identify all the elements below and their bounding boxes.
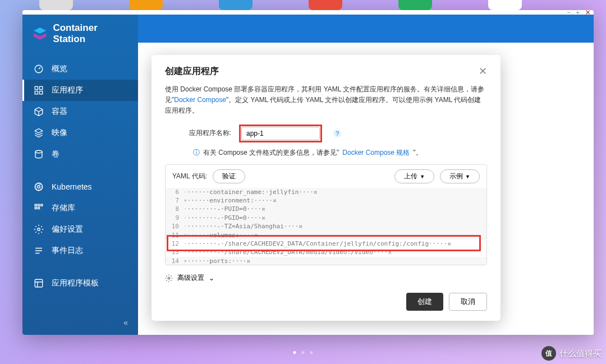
apps-icon (34, 85, 44, 95)
yaml-editor[interactable]: 6·······container_name:·jellyfin····¤7▾·… (166, 188, 486, 265)
advanced-settings-toggle[interactable]: 高级设置 ⌄ (165, 265, 487, 283)
code-line: 14▾······ports:····¤ (166, 257, 486, 265)
sidebar-collapse-icon[interactable]: « (22, 312, 138, 335)
app-title: Container Station (53, 22, 128, 45)
create-button[interactable]: 创建 (406, 293, 443, 311)
list-icon (34, 246, 44, 256)
sidebar: Container Station 概览应用程序容器映像卷 Kubernetes… (22, 15, 138, 335)
code-line: 13·········-·/share/CACHEDEV2_DATA/media… (166, 248, 486, 256)
sidebar-item-helm[interactable]: Kubernetes (22, 176, 138, 197)
sidebar-item-disk[interactable]: 卷 (22, 144, 138, 165)
sidebar-item-cube[interactable]: 容器 (22, 101, 138, 122)
upload-button[interactable]: 上传▼ (394, 169, 434, 183)
svg-rect-9 (38, 204, 40, 206)
example-button[interactable]: 示例▼ (440, 169, 480, 183)
yaml-section: YAML 代码: 验证 上传▼ 示例▼ 6·······container_na… (165, 164, 487, 265)
sidebar-item-label: 映像 (52, 128, 67, 138)
yaml-label: YAML 代码: (172, 172, 207, 181)
dialog-close-icon[interactable]: ✕ (479, 65, 487, 77)
code-line: 8·········-·PUID=0····¤ (166, 205, 486, 213)
info-icon: ⓘ (193, 148, 200, 158)
svg-rect-2 (40, 86, 43, 89)
window-titlebar: − + ✕ (22, 10, 594, 15)
svg-point-5 (35, 150, 42, 153)
code-line: 6·······container_name:·jellyfin····¤ (166, 188, 486, 196)
code-line: 11▾······volumes:····¤ (166, 231, 486, 239)
validate-button[interactable]: 验证 (213, 169, 245, 183)
code-line: 9·········-·PGID=0····¤ (166, 214, 486, 222)
chevron-down-icon: ▼ (420, 174, 425, 179)
sidebar-item-label: 概览 (52, 64, 67, 74)
sidebar-item-label: 应用程序 (52, 85, 83, 95)
cube-icon (34, 107, 44, 117)
sidebar-item-apps[interactable]: 应用程序 (22, 80, 138, 101)
app-name-label: 应用程序名称: (187, 128, 231, 138)
app-name-input[interactable] (241, 127, 320, 140)
sidebar-item-label: 事件日志 (52, 246, 83, 256)
sidebar-item-gauge[interactable]: 概览 (22, 58, 138, 80)
desktop-taskbar (0, 0, 606, 10)
code-line: 12·········-·/share/CACHEDEV2_DATA/Conta… (166, 239, 486, 248)
main-window: − + ✕ Container Station 概览应用程序容器映像卷 Kube… (22, 10, 594, 335)
svg-rect-1 (35, 86, 38, 89)
docker-compose-link[interactable]: Docker Compose (174, 96, 226, 104)
svg-rect-12 (38, 208, 40, 209)
compose-spec-link[interactable]: Docker Compose 规格 (342, 148, 410, 158)
gear-icon (34, 224, 44, 234)
svg-point-18 (168, 277, 170, 279)
gear-icon (165, 274, 173, 282)
sidebar-item-label: 容器 (52, 107, 67, 117)
page-dots (293, 351, 313, 354)
svg-rect-10 (41, 204, 43, 206)
app-header: Container Station (22, 15, 138, 55)
sidebar-item-label: Kubernetes (52, 182, 92, 191)
chevron-down-icon: ▼ (465, 174, 470, 179)
sidebar-item-grid[interactable]: 存储库 (22, 197, 138, 219)
svg-rect-11 (35, 208, 36, 209)
dialog-description: 使用 Docker Compose 部署多容器应用程序，其利用 YAML 文件配… (165, 84, 487, 117)
code-line: 10·········-·TZ=Asia/Shanghai····¤ (166, 222, 486, 231)
template-icon (34, 278, 44, 288)
disk-icon (34, 149, 44, 159)
dialog-title: 创建应用程序 (165, 66, 219, 77)
compose-info: ⓘ 有关 Compose 文件格式的更多信息，请参见"Docker Compos… (193, 148, 487, 158)
svg-rect-8 (35, 204, 36, 206)
grid-icon (34, 203, 44, 213)
cancel-button[interactable]: 取消 (449, 293, 487, 311)
sidebar-item-template[interactable]: 应用程序模板 (22, 273, 138, 294)
gauge-icon (34, 64, 44, 74)
create-app-dialog: 创建应用程序 ✕ 使用 Docker Compose 部署多容器应用程序，其利用… (152, 55, 501, 321)
chevron-down-icon: ⌄ (209, 274, 214, 282)
layers-icon (34, 128, 44, 138)
watermark-badge: 值 (541, 346, 556, 361)
sidebar-nav: 概览应用程序容器映像卷 Kubernetes存储库偏好设置事件日志 应用程序模板 (22, 55, 138, 312)
app-logo-icon (33, 26, 47, 42)
svg-point-13 (38, 228, 40, 231)
svg-rect-3 (35, 91, 38, 94)
watermark: 值 什么值得买 (541, 346, 602, 361)
sidebar-item-list[interactable]: 事件日志 (22, 240, 138, 261)
svg-rect-14 (35, 279, 43, 287)
sidebar-item-layers[interactable]: 映像 (22, 122, 138, 144)
helm-icon (34, 182, 44, 192)
app-name-row: 应用程序名称: ? (187, 125, 487, 142)
code-line: 7▾······environment:·····¤ (166, 196, 486, 205)
sidebar-item-label: 卷 (52, 149, 59, 159)
sidebar-item-gear[interactable]: 偏好设置 (22, 219, 138, 240)
sidebar-item-label: 存储库 (52, 203, 75, 213)
sidebar-item-label: 应用程序模板 (52, 278, 99, 288)
help-icon[interactable]: ? (333, 130, 341, 137)
sidebar-item-label: 偏好设置 (52, 224, 83, 234)
svg-rect-4 (40, 91, 43, 94)
svg-point-7 (38, 186, 40, 188)
